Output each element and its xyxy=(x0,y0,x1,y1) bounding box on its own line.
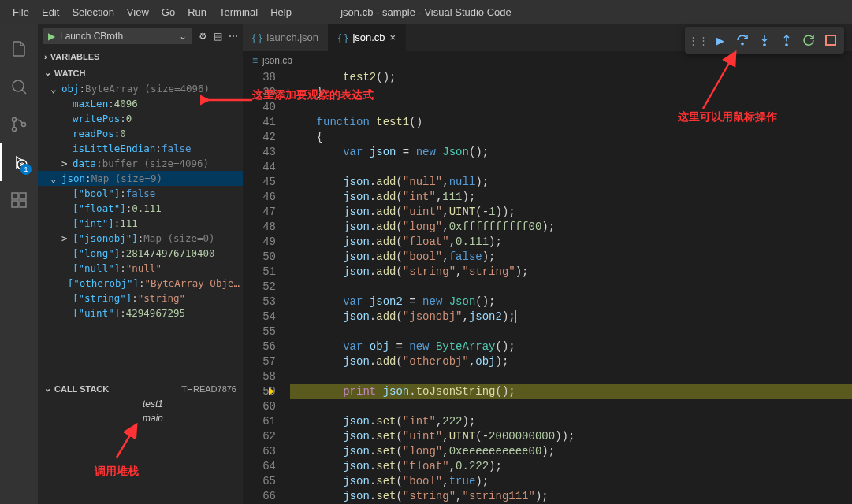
watch-prop[interactable]: >data: buffer (size=4096) xyxy=(38,156,243,171)
file-icon: { } xyxy=(338,32,348,43)
svg-point-0 xyxy=(13,80,24,91)
watch-prop[interactable]: ["float"]: 0.111 xyxy=(38,201,243,216)
watch-section-header[interactable]: ⌄WATCH xyxy=(38,65,243,81)
watch-prop[interactable]: ["otherobj"]: "ByteArray Obje… xyxy=(38,276,243,291)
svg-rect-7 xyxy=(20,193,26,199)
svg-point-10 xyxy=(742,43,743,44)
watch-item-obj[interactable]: ⌄obj: ByteArray (size=4096) xyxy=(38,81,243,96)
code-editor[interactable]: 3839404142434445464748495051525354555657… xyxy=(243,70,852,504)
callstack-section-header[interactable]: ⌄CALL STACKTHREAD7876 xyxy=(38,380,243,397)
editor-tab[interactable]: { }launch.json xyxy=(243,24,329,51)
callstack-frame[interactable]: main xyxy=(38,411,243,425)
gear-icon[interactable]: ⚙ xyxy=(199,31,207,42)
chevron-down-icon: ⌄ xyxy=(179,31,187,42)
svg-rect-6 xyxy=(12,193,18,199)
watch-prop[interactable]: ["bool"]: false xyxy=(38,186,243,201)
variables-section-header[interactable]: ›VARIABLES xyxy=(38,49,243,65)
callstack-frame[interactable]: test1 xyxy=(38,397,243,411)
watch-tree: ⌄obj: ByteArray (size=4096) maxLen: 4096… xyxy=(38,81,243,321)
launch-config-label: Launch CBroth xyxy=(60,31,123,42)
launch-config-select[interactable]: ▶ Launch CBroth ⌄ xyxy=(43,28,192,44)
step-into-icon[interactable] xyxy=(754,30,775,50)
watch-prop[interactable]: isLittleEndian: false xyxy=(38,141,243,156)
menu-file[interactable]: File xyxy=(6,3,35,21)
watch-prop[interactable]: >["jsonobj"]: Map (size=0) xyxy=(38,231,243,246)
menu-selection[interactable]: Selection xyxy=(65,3,120,21)
debug-toolbar: ⋮⋮ ▶ xyxy=(685,27,844,54)
svg-point-2 xyxy=(13,118,17,122)
watch-prop[interactable]: ["null"]: "null" xyxy=(38,261,243,276)
watch-prop[interactable]: ["string"]: "string" xyxy=(38,291,243,306)
svg-rect-8 xyxy=(12,201,18,207)
svg-point-12 xyxy=(786,44,787,46)
watch-prop[interactable]: ["long"]: 281474976710400 xyxy=(38,246,243,261)
menu-edit[interactable]: Edit xyxy=(35,3,65,21)
svg-line-1 xyxy=(22,90,26,94)
svg-rect-13 xyxy=(826,35,835,45)
extensions-icon[interactable] xyxy=(0,181,38,219)
debug-console-icon[interactable]: ▤ xyxy=(214,31,222,42)
menubar: FileEditSelectionViewGoRunTerminalHelp j… xyxy=(0,0,852,24)
file-icon: ≡ xyxy=(252,55,258,66)
menu-go[interactable]: Go xyxy=(155,3,181,21)
close-icon[interactable]: × xyxy=(390,32,396,43)
continue-icon[interactable]: ▶ xyxy=(710,30,731,50)
restart-icon[interactable] xyxy=(798,30,819,50)
watch-prop[interactable]: readPos: 0 xyxy=(38,126,243,141)
search-icon[interactable] xyxy=(0,68,38,106)
menu-run[interactable]: Run xyxy=(181,3,213,21)
menu-terminal[interactable]: Terminal xyxy=(213,3,264,21)
watch-prop[interactable]: ["uint"]: 4294967295 xyxy=(38,306,243,321)
drag-handle-icon[interactable]: ⋮⋮ xyxy=(688,30,709,50)
editor-tab[interactable]: { }json.cb× xyxy=(329,24,406,51)
svg-point-11 xyxy=(764,44,765,46)
stop-icon[interactable] xyxy=(820,30,841,50)
line-numbers: 3839404142434445464748495051525354555657… xyxy=(243,70,290,504)
breadcrumb[interactable]: ≡ json.cb xyxy=(243,51,852,70)
watch-prop[interactable]: ["int"]: 111 xyxy=(38,216,243,231)
run-debug-icon[interactable]: 1 xyxy=(0,143,38,181)
svg-point-3 xyxy=(13,128,17,132)
start-debug-icon[interactable]: ▶ xyxy=(48,31,55,42)
debug-sidebar: ▶ Launch CBroth ⌄ ⚙ ▤ ⋯ ›VARIABLES ⌄WATC… xyxy=(38,24,243,504)
menu-help[interactable]: Help xyxy=(264,3,298,21)
svg-point-4 xyxy=(22,123,26,127)
watch-prop[interactable]: maxLen: 4096 xyxy=(38,96,243,111)
step-out-icon[interactable] xyxy=(776,30,797,50)
menu-view[interactable]: View xyxy=(121,3,155,21)
step-over-icon[interactable] xyxy=(732,30,753,50)
activity-bar: 1 xyxy=(0,24,38,504)
debug-badge: 1 xyxy=(20,164,32,175)
explorer-icon[interactable] xyxy=(0,30,38,68)
file-icon: { } xyxy=(252,32,262,43)
source-control-icon[interactable] xyxy=(0,106,38,143)
editor-area: ⋮⋮ ▶ { }launch.json{ }json.cb× ≡ json.cb… xyxy=(243,24,852,504)
more-icon[interactable]: ⋯ xyxy=(229,31,238,42)
svg-rect-9 xyxy=(20,201,26,207)
watch-item-json[interactable]: ⌄json: Map (size=9) xyxy=(38,171,243,186)
watch-prop[interactable]: writePos: 0 xyxy=(38,111,243,126)
